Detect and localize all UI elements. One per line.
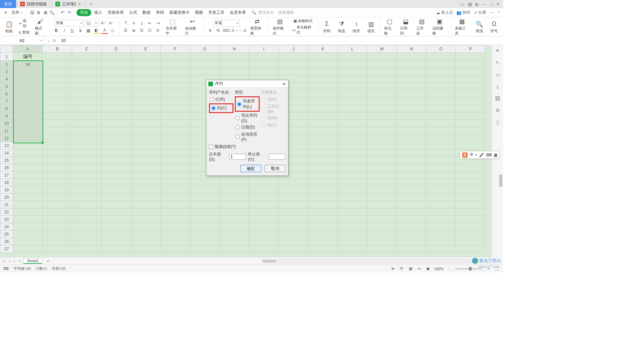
cell[interactable] — [161, 238, 190, 245]
view-normal-icon[interactable]: ▦ — [408, 266, 413, 271]
row-header[interactable]: 6 — [0, 90, 13, 98]
font-size-select[interactable]: 11 — [85, 20, 99, 27]
stop-input[interactable] — [269, 154, 285, 160]
cell[interactable] — [13, 164, 43, 171]
cell[interactable] — [190, 68, 220, 76]
cell[interactable] — [308, 68, 338, 76]
sheet-next-icon[interactable]: > — [13, 259, 16, 263]
cell[interactable] — [308, 194, 338, 201]
cell[interactable] — [308, 216, 338, 223]
cell[interactable] — [426, 53, 456, 61]
sheet-last-icon[interactable]: >| — [17, 259, 22, 263]
cell[interactable] — [426, 142, 456, 149]
cell[interactable] — [456, 194, 485, 201]
cell[interactable] — [13, 135, 43, 142]
cell[interactable] — [43, 208, 72, 216]
row-header[interactable]: 13 — [0, 142, 13, 149]
row-header[interactable]: 18 — [0, 179, 13, 186]
cell[interactable] — [72, 68, 102, 76]
cell[interactable] — [161, 98, 190, 105]
cell[interactable] — [102, 76, 131, 83]
cell[interactable] — [72, 231, 102, 238]
cell[interactable] — [43, 164, 72, 171]
cell[interactable] — [426, 164, 456, 171]
name-box[interactable] — [0, 36, 44, 45]
cell[interactable] — [131, 223, 161, 231]
cell[interactable] — [397, 245, 426, 253]
cell[interactable] — [13, 201, 43, 208]
cell[interactable] — [161, 231, 190, 238]
cell[interactable] — [367, 149, 397, 157]
cell[interactable] — [367, 135, 397, 142]
cell[interactable] — [102, 245, 131, 253]
worksheet-button[interactable]: ▤工作表 — [415, 17, 428, 36]
cell[interactable] — [102, 142, 131, 149]
menu-data[interactable]: 数据 — [140, 9, 153, 16]
cell[interactable] — [102, 127, 131, 135]
cell[interactable] — [367, 90, 397, 98]
cell[interactable] — [426, 245, 456, 253]
cell[interactable] — [338, 83, 367, 90]
justify-icon[interactable]: ☷ — [147, 27, 153, 34]
cell[interactable] — [397, 208, 426, 216]
cell[interactable] — [131, 61, 161, 68]
cell[interactable] — [426, 68, 456, 76]
row-header[interactable]: 7 — [0, 98, 13, 105]
table-style-button[interactable]: ▦表格样式 — [293, 18, 313, 24]
menu-layout[interactable]: 页面布局 — [105, 9, 126, 16]
orientation-icon[interactable]: ↻ — [155, 27, 161, 34]
cell[interactable] — [367, 164, 397, 171]
cell[interactable] — [190, 53, 220, 61]
cell[interactable] — [161, 216, 190, 223]
cell[interactable] — [102, 149, 131, 157]
cell[interactable] — [426, 194, 456, 201]
cell[interactable]: 编号 — [13, 53, 43, 61]
cell[interactable] — [426, 135, 456, 142]
increase-font-icon[interactable]: A⁺ — [100, 20, 107, 27]
cell[interactable] — [43, 112, 72, 120]
cell[interactable] — [13, 194, 43, 201]
col-header[interactable]: D — [102, 45, 131, 53]
cell[interactable] — [456, 171, 485, 179]
step-input[interactable] — [229, 154, 246, 160]
cell[interactable] — [72, 157, 102, 164]
cell[interactable] — [397, 201, 426, 208]
command-search[interactable]: 🔍查找命令、搜索模板 — [252, 10, 294, 15]
mode-icon[interactable]: ⌨ — [3, 266, 9, 271]
sheet-tab[interactable]: Sheet1 — [23, 258, 42, 264]
cell[interactable] — [279, 201, 308, 208]
row-header[interactable]: 25 — [0, 231, 13, 238]
row-header[interactable]: 22 — [0, 208, 13, 216]
cell[interactable] — [249, 179, 279, 186]
row-header[interactable]: 2 — [0, 61, 13, 68]
cell[interactable] — [279, 208, 308, 216]
highlighter-icon[interactable]: ▭ — [495, 72, 500, 78]
cell[interactable] — [367, 186, 397, 194]
cell[interactable] — [397, 135, 426, 142]
cell[interactable] — [456, 90, 485, 98]
cell[interactable] — [72, 201, 102, 208]
avatar-icon[interactable]: ◐ — [475, 2, 479, 7]
percent-icon[interactable]: % — [215, 27, 222, 34]
cell[interactable] — [13, 186, 43, 194]
cell[interactable] — [338, 68, 367, 76]
cell[interactable] — [338, 98, 367, 105]
cell[interactable] — [131, 98, 161, 105]
sparkle-icon[interactable]: ✦ — [495, 48, 500, 54]
cell[interactable] — [426, 171, 456, 179]
cell[interactable] — [456, 112, 485, 120]
cell[interactable] — [367, 216, 397, 223]
select-all-corner[interactable] — [0, 45, 13, 53]
cell[interactable] — [72, 76, 102, 83]
ok-button[interactable]: 确定 — [240, 165, 261, 172]
align-center-icon[interactable]: ≣ — [130, 27, 137, 34]
cell[interactable] — [102, 61, 131, 68]
format-painter-button[interactable]: 🖌格式刷 — [34, 17, 47, 36]
cell[interactable] — [397, 83, 426, 90]
cell[interactable] — [161, 127, 190, 135]
cell[interactable] — [72, 105, 102, 112]
formula-input[interactable] — [59, 38, 503, 43]
tab-templates[interactable]: D找稻壳模板 — [16, 0, 51, 8]
cell[interactable] — [249, 53, 279, 61]
cell[interactable] — [426, 157, 456, 164]
